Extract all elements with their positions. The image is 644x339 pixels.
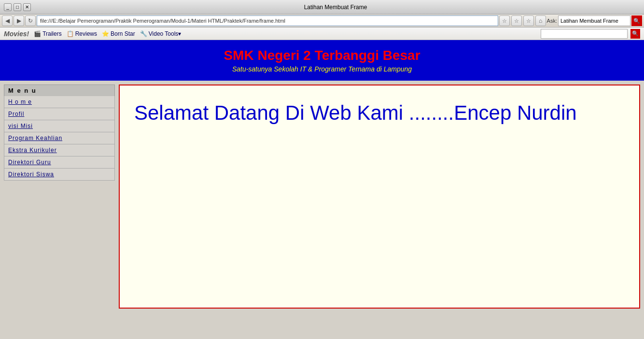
- bookmarks-right: 🔍: [541, 29, 640, 39]
- ask-label: Ask:: [547, 18, 557, 24]
- window-controls[interactable]: _ □ ✕: [4, 3, 31, 11]
- bookmark-trailers[interactable]: 🎬 Trailers: [34, 30, 62, 37]
- video-tools-icon: 🔧: [140, 30, 147, 37]
- bookmark-video-tools[interactable]: 🔧 Video Tools▾: [140, 30, 182, 37]
- bookmarks-bar: Movies! 🎬 Trailers 📋 Reviews ⭐ Born Star…: [0, 28, 644, 40]
- right-search-area: Ask: 🔍: [547, 15, 642, 26]
- search-input[interactable]: [558, 15, 630, 26]
- reload-button[interactable]: ↻: [25, 15, 36, 26]
- menu-item-visi-misi[interactable]: visi Misi: [4, 120, 115, 132]
- reviews-label: Reviews: [75, 30, 97, 37]
- bookmark-reviews[interactable]: 📋 Reviews: [67, 30, 97, 37]
- home-button[interactable]: ⌂: [535, 15, 546, 26]
- address-right: ☆ ☆ ☆ ⌂: [499, 15, 546, 26]
- bookmarks-search-button[interactable]: 🔍: [630, 29, 640, 39]
- page-area: SMK Negeri 2 Terbanggi Besar Satu-satuny…: [0, 40, 644, 312]
- header-subtitle: Satu-satunya Sekolah IT & Programer Tern…: [8, 65, 636, 73]
- title-bar: _ □ ✕ Latihan Membuat Frame: [0, 0, 644, 14]
- bookmarks-left: Movies! 🎬 Trailers 📋 Reviews ⭐ Born Star…: [4, 30, 181, 38]
- menu-item-direktori-guru[interactable]: Direktori Guru: [4, 156, 115, 169]
- bookmark-born-star[interactable]: ⭐ Born Star: [102, 30, 135, 37]
- header-title: SMK Negeri 2 Terbanggi Besar: [8, 48, 636, 63]
- bookmarks-search-input[interactable]: [541, 29, 628, 39]
- minimize-btn[interactable]: _: [4, 3, 12, 11]
- search-go-button[interactable]: 🔍: [631, 15, 642, 26]
- video-tools-label: Video Tools▾: [149, 30, 182, 37]
- page-header: SMK Negeri 2 Terbanggi Besar Satu-satuny…: [0, 40, 644, 81]
- menu-item-home[interactable]: H o m e: [4, 96, 115, 108]
- star-icon2[interactable]: ☆: [511, 15, 522, 26]
- reviews-icon: 📋: [67, 30, 74, 37]
- born-star-icon: ⭐: [102, 30, 109, 37]
- star-icon3[interactable]: ☆: [523, 15, 534, 26]
- address-input[interactable]: [37, 15, 498, 26]
- close-btn[interactable]: ✕: [23, 3, 31, 11]
- movies-logo: Movies!: [4, 30, 29, 38]
- menu-item-profil[interactable]: Profil: [4, 108, 115, 120]
- born-star-label: Born Star: [111, 30, 135, 37]
- forward-button[interactable]: ▶: [14, 15, 24, 26]
- title-bar-text: Latihan Membuat Frame: [31, 4, 640, 11]
- welcome-text: Selamat Datang Di Web Kami ........Encep…: [134, 100, 577, 127]
- menu-item-direktori-siswa[interactable]: Direktori Siswa: [4, 169, 115, 181]
- address-bar-row: ◀ ▶ ↻ ☆ ☆ ☆ ⌂ Ask: 🔍: [0, 14, 644, 28]
- trailers-label: Trailers: [42, 30, 62, 37]
- maximize-btn[interactable]: □: [14, 3, 21, 11]
- menu-header: M e n u: [4, 85, 115, 96]
- browser-window: _ □ ✕ Latihan Membuat Frame ◀ ▶ ↻ ☆ ☆ ☆ …: [0, 0, 644, 312]
- menu-item-ekstra-kurikuler[interactable]: Ekstra Kurikuler: [4, 144, 115, 156]
- menu-item-program-keahlian[interactable]: Program Keahlian: [4, 132, 115, 144]
- star-icon1[interactable]: ☆: [499, 15, 510, 26]
- back-button[interactable]: ◀: [2, 15, 13, 26]
- trailers-icon: 🎬: [34, 30, 41, 37]
- content-layout: M e n u H o m e Profil visi Misi Program…: [0, 81, 644, 312]
- sidebar: M e n u H o m e Profil visi Misi Program…: [4, 85, 115, 309]
- main-content: Selamat Datang Di Web Kami ........Encep…: [119, 85, 640, 309]
